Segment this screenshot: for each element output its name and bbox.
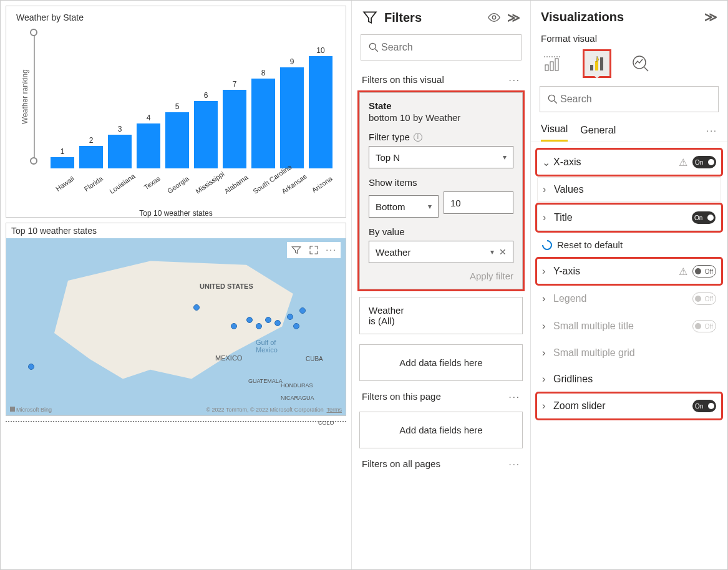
- bar[interactable]: 4: [136, 114, 161, 168]
- bar[interactable]: 9: [279, 57, 304, 168]
- svg-point-1: [369, 43, 376, 49]
- bar[interactable]: 3: [107, 125, 132, 168]
- warning-icon: ⚠: [679, 157, 687, 168]
- format-more-icon[interactable]: ···: [706, 125, 717, 135]
- show-items-direction-select[interactable]: Bottom▾: [369, 195, 439, 218]
- filter-funnel-icon: [362, 9, 378, 26]
- format-yaxis-row[interactable]: › Y-axis ⚠ Off: [537, 259, 721, 284]
- format-values-row[interactable]: › Values: [537, 177, 721, 202]
- remove-field-icon[interactable]: ✕: [499, 247, 507, 257]
- format-search-input[interactable]: [559, 93, 712, 105]
- tab-general[interactable]: General: [580, 120, 616, 141]
- filters-all-more-icon[interactable]: ···: [508, 458, 520, 469]
- format-small-multiple-title-row: › Small multiple title Off: [537, 314, 721, 339]
- yaxis-toggle[interactable]: Off: [692, 265, 716, 278]
- bar-chart-visual[interactable]: Weather by State Weather ranking 1234567…: [6, 6, 346, 218]
- xaxis-toggle[interactable]: On: [692, 156, 716, 168]
- svg-rect-5: [555, 59, 558, 70]
- filters-search-input[interactable]: [380, 41, 515, 54]
- map-point[interactable]: [256, 323, 262, 329]
- state-filter-card[interactable]: State bottom 10 by Weather Filter typei …: [359, 92, 523, 289]
- page-filter-drop-zone[interactable]: Add data fields here: [359, 412, 523, 448]
- map-point[interactable]: [246, 317, 253, 323]
- zoom-slider-toggle[interactable]: On: [692, 400, 716, 412]
- more-options-icon[interactable]: ···: [326, 244, 337, 256]
- x-tick-label: Georgia: [165, 175, 190, 195]
- eye-icon[interactable]: [487, 11, 501, 24]
- map-point[interactable]: [274, 320, 281, 326]
- chevron-right-icon: ›: [543, 184, 554, 195]
- apply-filter-button[interactable]: Apply filter: [369, 271, 513, 281]
- bar[interactable]: 10: [308, 46, 333, 168]
- visual-filter-drop-zone[interactable]: Add data fields here: [359, 344, 523, 381]
- map-point[interactable]: [287, 314, 293, 320]
- map-visual[interactable]: Top 10 weather states ··· UNITED STATES …: [6, 223, 346, 416]
- bar[interactable]: 5: [165, 102, 190, 168]
- filters-visual-more-icon[interactable]: ···: [508, 74, 520, 85]
- bar-value-label: 8: [261, 69, 266, 77]
- bar[interactable]: 1: [50, 147, 75, 168]
- chevron-right-icon: ›: [542, 293, 553, 304]
- show-items-count-input[interactable]: 10: [444, 191, 513, 214]
- x-tick-label: Alabama: [223, 175, 248, 195]
- x-axis-title: Top 10 weather states: [12, 203, 339, 218]
- filters-page-more-icon[interactable]: ···: [508, 391, 520, 402]
- bar-value-label: 2: [89, 136, 94, 145]
- y-zoom-slider-track[interactable]: [34, 31, 35, 162]
- svg-line-2: [376, 49, 378, 52]
- filters-search[interactable]: [361, 34, 522, 60]
- focus-mode-icon[interactable]: [308, 244, 319, 256]
- bar-value-label: 5: [175, 102, 180, 111]
- info-icon[interactable]: i: [414, 133, 422, 142]
- x-tick-label: Hawaii: [51, 175, 75, 195]
- format-zoom-slider-row[interactable]: › Zoom slider On: [537, 394, 721, 418]
- visualizations-pane: Visualizations ≫ Format visual Visual Ge…: [531, 1, 727, 569]
- bar-value-label: 9: [290, 57, 294, 66]
- map-bing-credit: Microsoft Bing: [10, 407, 52, 413]
- y-zoom-slider-handle-bottom[interactable]: [30, 157, 37, 165]
- map-point[interactable]: [293, 323, 299, 329]
- y-zoom-slider-handle-top[interactable]: [30, 29, 37, 36]
- bar-value-label: 7: [233, 80, 237, 89]
- legend-toggle: Off: [692, 292, 716, 305]
- tab-visual[interactable]: Visual: [541, 118, 568, 142]
- small-multiple-title-toggle: Off: [692, 320, 716, 332]
- bar[interactable]: 8: [251, 69, 276, 168]
- analytics-icon[interactable]: [628, 51, 653, 76]
- format-xaxis-row[interactable]: ⌄ X-axis ⚠ On: [537, 150, 721, 175]
- filter-type-select[interactable]: Top N▾: [369, 146, 513, 168]
- filter-summary: is (All): [369, 316, 513, 326]
- format-gridlines-row[interactable]: › Gridlines: [537, 367, 721, 391]
- build-visual-icon[interactable]: [541, 51, 566, 76]
- filter-icon[interactable]: [291, 244, 302, 256]
- svg-rect-7: [590, 65, 593, 70]
- map-point[interactable]: [193, 304, 200, 311]
- map-point[interactable]: [28, 364, 34, 370]
- format-visual-icon[interactable]: [585, 51, 609, 76]
- bar[interactable]: 6: [193, 91, 218, 168]
- map-label-usa: UNITED STATES: [200, 283, 253, 290]
- collapse-viz-pane-icon[interactable]: ≫: [704, 9, 717, 24]
- format-title-row[interactable]: › Title On: [537, 205, 721, 231]
- by-value-field-well[interactable]: Weather ▾ ✕: [369, 241, 513, 263]
- map-point[interactable]: [265, 317, 271, 323]
- chevron-right-icon: ›: [542, 374, 553, 385]
- title-toggle[interactable]: On: [692, 211, 716, 224]
- format-search[interactable]: [540, 86, 719, 112]
- map-title: Top 10 weather states: [6, 223, 346, 238]
- format-visual-subtitle: Format visual: [531, 33, 727, 49]
- map-point[interactable]: [299, 307, 306, 314]
- filters-on-all-pages-header: Filters on all pages: [362, 458, 440, 469]
- format-legend-row: › Legend Off: [537, 286, 721, 311]
- map-terms-link[interactable]: Terms: [327, 407, 342, 413]
- reset-to-default-button[interactable]: Reset to default: [537, 233, 721, 256]
- x-tick-label: Arkansas: [280, 175, 305, 195]
- bar[interactable]: 2: [79, 136, 104, 168]
- y-axis-label: Weather ranking: [21, 69, 29, 124]
- map-point[interactable]: [231, 323, 237, 329]
- x-axis-labels: HawaiiFloridaLouisianaTexasGeorgiaMissis…: [12, 168, 339, 203]
- bar[interactable]: 7: [222, 80, 247, 168]
- collapse-pane-icon[interactable]: ≫: [507, 10, 520, 25]
- weather-filter-card[interactable]: Weather is (All): [359, 297, 523, 334]
- bar-value-label: 10: [316, 46, 324, 55]
